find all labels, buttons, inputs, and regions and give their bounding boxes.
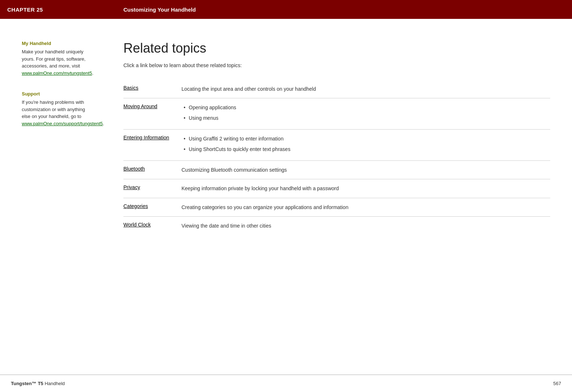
table-row: BluetoothCustomizing Bluetooth communica… xyxy=(123,160,550,179)
sidebar: My Handheld Make your handheld uniquely … xyxy=(0,41,102,375)
sidebar-support-body-text: If you're having problems with customiza… xyxy=(22,99,85,119)
sidebar-section-my-handheld: My Handheld Make your handheld uniquely … xyxy=(22,41,91,77)
topic-desc-text: Keeping information private by locking y… xyxy=(181,185,339,191)
topic-link-categories[interactable]: Categories xyxy=(123,203,148,209)
footer-page-number: 567 xyxy=(553,381,561,386)
topic-link-cell: Privacy xyxy=(123,179,181,198)
topic-link-cell: World Clock xyxy=(123,217,181,235)
topic-desc-list: Opening applicationsUsing menus xyxy=(181,103,550,122)
sidebar-my-handheld-body-text: Make your handheld uniquely yours. For g… xyxy=(22,49,86,69)
topic-desc-cell-basics: Locating the input area and other contro… xyxy=(181,80,550,98)
topics-table: BasicsLocating the input area and other … xyxy=(123,80,550,235)
table-row: Moving AroundOpening applicationsUsing m… xyxy=(123,98,550,130)
table-row: Entering InformationUsing Graffiti 2 wri… xyxy=(123,130,550,161)
topic-link-moving-around[interactable]: Moving Around xyxy=(123,103,157,109)
table-row: World ClockViewing the date and time in … xyxy=(123,217,550,235)
topic-desc-text: Creating categories so you can organize … xyxy=(181,204,348,210)
topics-tbody: BasicsLocating the input area and other … xyxy=(123,80,550,235)
topic-link-cell: Moving Around xyxy=(123,98,181,130)
content-area: Related topics Click a link below to lea… xyxy=(102,41,572,375)
topic-desc-cell-categories: Creating categories so you can organize … xyxy=(181,198,550,216)
sidebar-support-link[interactable]: www.palmOne.com/support/tungstent5 xyxy=(22,121,103,126)
topic-desc-cell-entering-information: Using Graffiti 2 writing to enter inform… xyxy=(181,130,550,161)
footer: Tungsten™ T5 Handheld 567 xyxy=(0,375,572,392)
sidebar-section-title-support: Support xyxy=(22,91,91,97)
sidebar-my-handheld-suffix: . xyxy=(92,70,94,76)
intro-text: Click a link below to learn about these … xyxy=(123,62,550,68)
main-layout: My Handheld Make your handheld uniquely … xyxy=(0,19,572,375)
topic-link-bluetooth[interactable]: Bluetooth xyxy=(123,166,145,172)
sidebar-my-handheld-link[interactable]: www.palmOne.com/mytungstent5 xyxy=(22,70,92,76)
topic-link-entering-information[interactable]: Entering Information xyxy=(123,135,169,140)
table-row: PrivacyKeeping information private by lo… xyxy=(123,179,550,198)
footer-brand-suffix: Handheld xyxy=(43,381,65,386)
list-item: Using ShortCuts to quickly enter text ph… xyxy=(181,145,550,153)
topic-link-cell: Entering Information xyxy=(123,130,181,161)
topic-link-cell: Basics xyxy=(123,80,181,98)
sidebar-section-body-my-handheld: Make your handheld uniquely yours. For g… xyxy=(22,48,91,77)
table-row: CategoriesCreating categories so you can… xyxy=(123,198,550,216)
sidebar-section-body-support: If you're having problems with customiza… xyxy=(22,99,91,127)
topic-link-privacy[interactable]: Privacy xyxy=(123,184,140,190)
sidebar-section-title-my-handheld: My Handheld xyxy=(22,41,91,46)
list-item: Using menus xyxy=(181,114,550,122)
header: CHAPTER 25 Customizing Your Handheld xyxy=(0,0,572,19)
topic-desc-text: Locating the input area and other contro… xyxy=(181,86,316,92)
topic-link-cell: Bluetooth xyxy=(123,160,181,179)
topic-desc-list: Using Graffiti 2 writing to enter inform… xyxy=(181,135,550,153)
chapter-title: Customizing Your Handheld xyxy=(123,7,196,13)
topic-desc-text: Customizing Bluetooth communication sett… xyxy=(181,167,287,173)
sidebar-section-support: Support If you're having problems with c… xyxy=(22,91,91,127)
topic-link-cell: Categories xyxy=(123,198,181,216)
topic-desc-cell-world-clock: Viewing the date and time in other citie… xyxy=(181,217,550,235)
topic-desc-text: Viewing the date and time in other citie… xyxy=(181,223,271,229)
footer-content: Tungsten™ T5 Handheld xyxy=(11,381,65,386)
chapter-label: CHAPTER 25 xyxy=(7,7,123,13)
topic-link-world-clock[interactable]: World Clock xyxy=(123,222,151,228)
footer-brand: Tungsten™ T5 xyxy=(11,381,43,386)
table-row: BasicsLocating the input area and other … xyxy=(123,80,550,98)
topic-desc-cell-privacy: Keeping information private by locking y… xyxy=(181,179,550,198)
list-item: Using Graffiti 2 writing to enter inform… xyxy=(181,135,550,143)
topic-desc-cell-bluetooth: Customizing Bluetooth communication sett… xyxy=(181,160,550,179)
page-heading: Related topics xyxy=(123,41,550,56)
topic-link-basics[interactable]: Basics xyxy=(123,85,138,91)
list-item: Opening applications xyxy=(181,103,550,111)
topic-desc-cell-moving-around: Opening applicationsUsing menus xyxy=(181,98,550,130)
